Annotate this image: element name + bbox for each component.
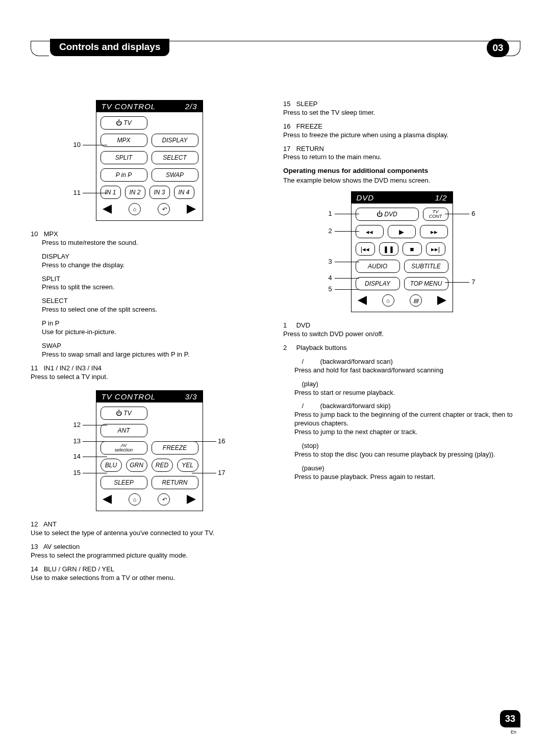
pb-play: (play) Press to start or resume playback…	[283, 380, 520, 397]
pb-play-desc: Press to start or resume playback.	[294, 389, 520, 397]
callout-d5: 5	[329, 285, 332, 293]
tv-cont-button[interactable]: TV CONT	[423, 208, 448, 221]
topmenu-button[interactable]: TOP MENU	[404, 277, 448, 290]
nav-left-icon-2[interactable]	[103, 495, 112, 504]
in4-button[interactable]: IN 4	[174, 186, 194, 199]
nav-right-icon[interactable]	[187, 205, 196, 214]
dvd-power-button[interactable]: DVD	[356, 208, 419, 221]
stop-icon: ■	[410, 245, 414, 253]
nav-right-icon-3[interactable]	[437, 296, 446, 305]
callout-d6: 6	[471, 210, 475, 217]
split-button[interactable]: SPLIT	[101, 151, 147, 164]
desc-sleep: Press to set the TV sleep timer.	[283, 109, 520, 117]
in1-button[interactable]: IN 1	[101, 186, 121, 199]
callout-line-17	[192, 473, 216, 473]
remote-dvd-1of2: DVD 1/2 DVD TV CONT ◂◂ ▶ ▸▸	[351, 191, 453, 312]
label-avsel: AV selection	[43, 543, 80, 550]
home-icon-2[interactable]: ⌂	[129, 493, 141, 506]
ant-button[interactable]: ANT	[101, 424, 147, 437]
nav-right-icon-2[interactable]	[187, 495, 196, 504]
back-icon[interactable]: ↶	[158, 203, 170, 215]
entry-13: 13 AV selection Press to select the prog…	[31, 543, 268, 560]
entry-split: SPLIT Press to split the screen.	[31, 275, 268, 292]
yel-button[interactable]: YEL	[177, 459, 198, 472]
pause-button[interactable]: ❚❚	[379, 242, 398, 256]
home-icon-3[interactable]: ⌂	[382, 294, 394, 307]
entry-11: 11 IN1 / IN2 / IN3 / IN4 Press to select…	[31, 364, 268, 382]
desc-swap: Press to swap small and large pictures w…	[42, 350, 268, 359]
callout-line-10	[83, 145, 107, 145]
label-colors: BLU / GRN / RED / YEL	[44, 565, 114, 573]
audio-button[interactable]: AUDIO	[356, 260, 400, 273]
nav-left-icon-3[interactable]	[358, 296, 367, 305]
swap-button[interactable]: SWAP	[152, 168, 198, 182]
entry-12: 12 ANT Use to select the type of antenna…	[31, 520, 268, 538]
entry-15: 15 SLEEP Press to set the TV sleep timer…	[283, 100, 520, 117]
tv-power-button-2[interactable]: TV	[101, 407, 147, 420]
home-icon[interactable]: ⌂	[129, 203, 141, 215]
back-icon-2[interactable]: ↶	[158, 493, 170, 506]
remote1-header-left: TV CONTROL	[102, 102, 156, 111]
label-in1234: IN1 / IN2 / IN3 / IN4	[44, 364, 102, 372]
pb-scan-label: / (backward/forward scan)	[294, 358, 520, 366]
callout-line-12	[83, 425, 107, 425]
chapter-title: Controls and displays	[50, 39, 169, 56]
callout-17: 17	[218, 469, 225, 476]
label-sleep: SLEEP	[296, 100, 318, 108]
desc-colors: Use to make selections from a TV or othe…	[31, 574, 268, 583]
tv-power-button[interactable]: TV	[101, 116, 147, 130]
desc-freeze: Press to freeze the picture when using a…	[283, 131, 520, 140]
blu-button[interactable]: BLU	[101, 459, 122, 472]
pb-scan: / (backward/forward scan) Press and hold…	[283, 358, 520, 375]
mpx-button[interactable]: MPX	[101, 134, 147, 147]
entry-num-d2: 2	[283, 344, 294, 352]
label-ant: ANT	[43, 520, 57, 528]
pb-skip-label: / (backward/forward skip)	[294, 402, 520, 411]
subtitle-button[interactable]: SUBTITLE	[404, 260, 448, 273]
subheading-additional: Operating menus for additional component…	[283, 167, 520, 174]
callout-line-d4	[335, 278, 359, 279]
callout-line-d1	[335, 214, 359, 214]
label-mpx: MPX	[44, 230, 58, 238]
return-button[interactable]: RETURN	[152, 476, 198, 489]
entry-select: SELECT Press to select one of the split …	[31, 297, 268, 314]
skip-fwd-button[interactable]: ▸▸|	[426, 242, 445, 256]
freeze-button[interactable]: FREEZE	[152, 441, 198, 455]
av-selection-button[interactable]: AV selection	[101, 441, 147, 455]
in2-button[interactable]: IN 2	[125, 186, 145, 199]
rewind-icon: ◂◂	[366, 228, 373, 236]
stop-button[interactable]: ■	[403, 242, 422, 256]
entry-d1: 1 DVD Press to switch DVD power on/off.	[283, 321, 520, 339]
skip-back-button[interactable]: |◂◂	[356, 242, 375, 256]
scan-fwd-button[interactable]: ▸▸	[420, 225, 448, 238]
callout-16: 16	[218, 437, 225, 445]
red-button[interactable]: RED	[152, 459, 173, 472]
pb-stop-desc: Press to stop the disc (you can resume p…	[294, 450, 520, 459]
entry-swap: SWAP Press to swap small and large pictu…	[31, 342, 268, 359]
entry-num-10: 10	[31, 230, 42, 239]
fastfwd-icon: ▸▸	[431, 228, 438, 236]
desc-dvd: Press to switch DVD power on/off.	[283, 330, 520, 339]
in3-button[interactable]: IN 3	[149, 186, 170, 199]
callout-15: 15	[73, 469, 81, 476]
av-sel-line2: selection	[115, 448, 133, 452]
scan-back-button[interactable]: ◂◂	[356, 225, 384, 238]
grn-button[interactable]: GRN	[126, 459, 147, 472]
display-button[interactable]: DISPLAY	[152, 134, 198, 147]
callout-line-13	[83, 441, 107, 442]
pb-skip-desc2: Press to jump to the next chapter or tra…	[294, 428, 520, 437]
header-cap-left	[31, 41, 49, 56]
play-button[interactable]: ▶	[388, 225, 416, 238]
pinp-button[interactable]: P in P	[101, 168, 147, 182]
sleep-button[interactable]: SLEEP	[101, 476, 147, 489]
select-button[interactable]: SELECT	[152, 151, 198, 164]
nav-left-icon[interactable]	[103, 205, 112, 214]
label-freeze: FREEZE	[296, 122, 322, 130]
entry-num-d1: 1	[283, 321, 294, 330]
callout-11: 11	[73, 189, 81, 196]
menu-icon-3[interactable]: ▤	[410, 294, 422, 307]
callout-12: 12	[73, 421, 81, 429]
callout-line-14	[83, 457, 107, 457]
display-button-dvd[interactable]: DISPLAY	[356, 277, 400, 290]
callout-line-16	[192, 441, 216, 442]
